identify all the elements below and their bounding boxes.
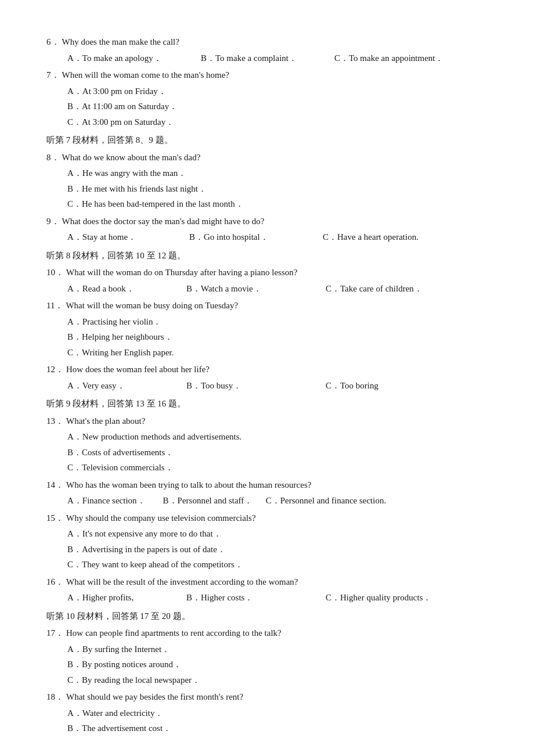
q7-num: 7． [46,68,60,83]
q15-text: Why should the company use television co… [66,511,256,526]
q13-optB: B．Costs of advertisements． [67,445,488,460]
question-6: 6． Why does the man make the call? A．To … [46,35,488,66]
q10-num: 10． [46,265,64,280]
q8-optB: B．He met with his friends last night． [67,182,488,197]
q7-optA: A．At 3:00 pm on Friday． [67,84,488,99]
q16-optA: A．Higher profits, [67,591,169,606]
question-12: 12． How does the woman feel about her li… [46,362,488,393]
q11-text: What will the woman be busy doing on Tue… [66,298,238,314]
q12-optC: C．Too boring [326,379,442,394]
q7-optC: C．At 3:00 pm on Saturday． [67,115,488,130]
q7-optB: B．At 11:00 am on Saturday． [67,99,488,114]
q8-optC: C．He has been bad-tempered in the last m… [67,197,488,212]
q6-optB: B．To make a complaint． [201,51,317,66]
q12-num: 12． [46,362,64,377]
q8-optA: A．He was angry with the man． [67,166,488,181]
q9-optA: A．Stay at home． [67,230,172,245]
q14-optA: A．Finance section． [67,496,146,505]
q6-text: Why does the man make the call? [62,35,179,50]
question-15: 15． Why should the company use televisio… [46,511,488,573]
q9-text: What does the doctor say the man's dad m… [62,214,265,229]
q11-optA: A．Practising her violin． [67,315,488,330]
q10-optB: B．Watch a movie． [186,282,308,297]
q7-text: When will the woman come to the man's ho… [62,68,229,83]
q11-num: 11． [46,298,63,314]
section7-header: 听第 7 段材料，回答第 8、9 题。 [46,133,488,148]
q18-optA: A．Water and electricity． [67,706,488,721]
q9-optB: B．Go into hospital． [189,230,305,245]
q14-num: 14． [46,478,64,493]
q10-optA: A．Read a book． [67,282,169,297]
question-9: 9． What does the doctor say the man's da… [46,214,488,245]
q8-text: What do we know about the man's dad? [62,150,201,165]
q8-num: 8． [46,150,60,165]
q12-text: How does the woman feel about her life? [66,362,210,377]
q15-optC: C．They want to keep ahead of the competi… [67,557,488,573]
question-18: 18． What should we pay besides the first… [46,690,488,736]
q12-optB: B．Too busy． [186,379,308,394]
question-16: 16． What will be the result of the inves… [46,575,488,606]
q16-num: 16． [46,575,64,590]
q6-num: 6． [46,35,60,50]
q15-optA: A．It's not expensive any more to do that… [67,527,488,542]
q18-text: What should we pay besides the first mon… [66,690,243,705]
q11-optC: C．Writing her English paper. [67,345,488,361]
q16-optB: B．Higher costs． [186,591,308,606]
q12-optA: A．Very easy． [67,379,169,394]
q14-optB: B．Personnel and staff． [163,496,253,505]
section9-header: 听第 9 段材料，回答第 13 至 16 题。 [46,397,488,412]
q17-num: 17． [46,626,64,641]
q14-optC: C．Personnel and finance section. [266,496,386,505]
q16-text: What will be the result of the investmen… [66,575,298,590]
q6-optA: A．To make an apology． [67,51,183,66]
question-7: 7． When will the woman come to the man's… [46,68,488,129]
q13-optC: C．Television commercials． [67,460,488,476]
q17-text: How can people find apartments to rent a… [66,626,282,641]
q11-optB: B．Helping her neighbours． [67,330,488,345]
q16-optC: C．Higher quality products． [326,591,442,606]
question-11: 11． What will the woman be busy doing on… [46,298,488,360]
question-13: 13． What's the plan about? A．New product… [46,414,488,476]
q6-optC: C．To make an appointment． [334,51,450,66]
q10-optC: C．Take care of children． [326,282,442,297]
q13-text: What's the plan about? [66,414,145,429]
q14-text: Who has the woman been trying to talk to… [66,478,311,493]
section8-header: 听第 8 段材料，回答第 10 至 12 题。 [46,249,488,264]
question-8: 8． What do we know about the man's dad? … [46,150,488,212]
q13-num: 13． [46,414,64,429]
q17-optB: B．By posting notices around． [67,657,488,672]
question-14: 14． Who has the woman been trying to tal… [46,478,488,509]
q17-optA: A．By surfing the Internet． [67,642,488,657]
question-17: 17． How can people find apartments to re… [46,626,488,687]
q13-optA: A．New production methods and advertiseme… [67,430,488,445]
q18-num: 18． [46,690,64,705]
q9-optC: C．Have a heart operation. [323,230,439,245]
q17-optC: C．By reading the local newspaper． [67,673,488,688]
q9-num: 9． [46,214,60,229]
q10-text: What will the woman do on Thursday after… [66,265,297,280]
q15-optB: B．Advertising in the papers is out of da… [67,542,488,557]
question-10: 10． What will the woman do on Thursday a… [46,265,488,296]
q15-num: 15． [46,511,64,526]
section10-header: 听第 10 段材料，回答第 17 至 20 题。 [46,609,488,624]
q18-optB: B．The advertisement cost． [67,721,488,736]
